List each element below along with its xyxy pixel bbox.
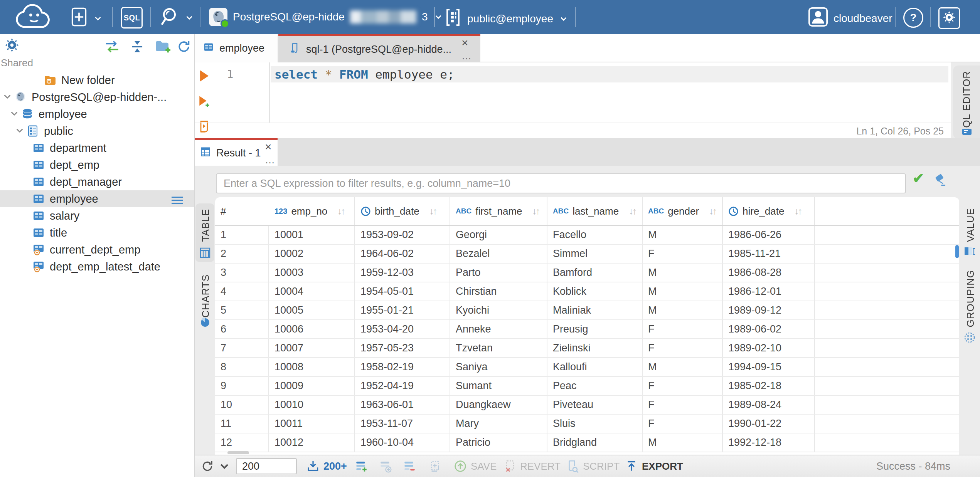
user-menu-button[interactable]: cloudbeaver [808, 7, 892, 30]
cell-last_name[interactable]: Piveteau [547, 396, 643, 414]
cell-emp_no[interactable]: 10010 [269, 396, 355, 414]
cell-birth_date[interactable]: 1955-01-21 [355, 301, 450, 319]
cell-last_name[interactable]: Koblick [547, 282, 643, 301]
sort-arrows-icon[interactable]: ↓↑ [629, 206, 636, 217]
cell-emp_no[interactable]: 10002 [269, 245, 355, 263]
cell-gender[interactable]: M [643, 358, 723, 376]
cell-emp_no[interactable]: 10011 [269, 415, 355, 433]
tree-item-title[interactable]: title [0, 224, 194, 241]
cell-hire_date[interactable]: 1986-06-26 [723, 226, 815, 244]
cell-first_name[interactable]: Mary [450, 415, 547, 433]
cell-hire_date[interactable]: 1986-12-01 [723, 282, 815, 301]
export-button[interactable]: EXPORT [625, 455, 683, 477]
duplicate-row-button[interactable] [379, 455, 392, 477]
tree-item-dept-emp-latest-date[interactable]: dept_emp_latest_date [0, 258, 194, 275]
cell-emp_no[interactable]: 10005 [269, 301, 355, 319]
sort-arrows-icon[interactable]: ↓↑ [429, 206, 436, 217]
collapse-all-icon[interactable] [130, 39, 145, 54]
cell-last_name[interactable]: Sluis [547, 415, 643, 433]
add-folder-icon[interactable] [154, 39, 172, 54]
cell-hire_date[interactable]: 1989-08-24 [723, 396, 815, 414]
cell-last_name[interactable]: Bamford [547, 264, 643, 282]
tree-item-public[interactable]: public [0, 123, 194, 139]
cell-gender[interactable]: M [643, 301, 723, 319]
execute-new-tab-icon[interactable] [199, 95, 211, 108]
cell-hire_date[interactable]: 1986-08-28 [723, 264, 815, 282]
filter-input[interactable] [216, 173, 906, 193]
cell-hire_date[interactable]: 1994-09-15 [723, 358, 815, 376]
cell-gender[interactable]: M [643, 282, 723, 301]
script-button[interactable]: SCRIPT [566, 455, 620, 477]
add-row-button[interactable] [355, 455, 368, 477]
sort-arrows-icon[interactable]: ↓↑ [532, 206, 539, 217]
execute-query-icon[interactable] [199, 69, 211, 82]
tree-item-employee[interactable]: employee [0, 106, 194, 123]
cell-gender[interactable]: F [643, 339, 723, 357]
driver-tools-button[interactable] [159, 6, 194, 29]
tree-item-dept-emp[interactable]: dept_emp [0, 156, 194, 173]
tree-item-new-folder[interactable]: New folder [0, 72, 194, 89]
cell-emp_no[interactable]: 10004 [269, 282, 355, 301]
sort-arrows-icon[interactable]: ↓↑ [337, 206, 344, 217]
column-header-gender[interactable]: ABCgender↓↑ [643, 197, 723, 225]
cell-emp_no[interactable]: 10012 [269, 433, 355, 452]
cell-last_name[interactable]: Bridgland [547, 433, 643, 452]
cell-birth_date[interactable]: 1960-10-04 [355, 433, 450, 452]
cell-first_name[interactable]: Bezalel [450, 245, 547, 263]
clear-filter-eraser-icon[interactable] [933, 173, 948, 187]
cell-emp_no[interactable]: 10003 [269, 264, 355, 282]
settings-button[interactable] [938, 7, 960, 29]
cell-first_name[interactable]: Anneke [450, 320, 547, 338]
grid-vertical-scrollbar[interactable] [955, 245, 959, 258]
cell-last_name[interactable]: Preusig [547, 320, 643, 338]
cell-gender[interactable]: F [643, 377, 723, 395]
new-sql-editor-button[interactable]: SQL [121, 7, 143, 29]
cell-birth_date[interactable]: 1958-02-19 [355, 358, 450, 376]
cell-emp_no[interactable]: 10007 [269, 339, 355, 357]
tab-more-icon[interactable]: … [461, 51, 471, 61]
grid-horizontal-scrollbar[interactable] [227, 451, 249, 454]
refresh-results-button[interactable] [201, 455, 231, 477]
sidebar-settings-gear-icon[interactable] [5, 38, 19, 52]
tree-item-current-dept-emp[interactable]: current_dept_emp [0, 241, 194, 258]
cell-gender[interactable]: F [643, 415, 723, 433]
cell-hire_date[interactable]: 1992-12-18 [723, 433, 815, 452]
cell-hire_date[interactable]: 1989-02-10 [723, 339, 815, 357]
tab-grouping-panel[interactable]: GROUPING [960, 270, 979, 345]
tree-item-postgresql-ep-hidden-[interactable]: PostgreSQL@ep-hidden-... [0, 89, 194, 106]
revert-button[interactable]: REVERT [503, 455, 561, 477]
save-button[interactable]: SAVE [454, 455, 497, 477]
delete-row-button[interactable] [403, 455, 416, 477]
cell-last_name[interactable]: Maliniak [547, 301, 643, 319]
tab-employee-table[interactable]: employee [195, 34, 278, 62]
column-header-hire_date[interactable]: hire_date↓↑ [723, 197, 815, 225]
column-header-birth_date[interactable]: birth_date↓↑ [355, 197, 450, 225]
cell-birth_date[interactable]: 1963-06-01 [355, 396, 450, 414]
sql-code-line[interactable]: select * FROM employee e; [274, 66, 455, 82]
cell-emp_no[interactable]: 10001 [269, 226, 355, 244]
tree-item-employee[interactable]: employee [0, 190, 194, 207]
tree-item-dept-manager[interactable]: dept_manager [0, 173, 194, 190]
schema-selector[interactable]: public@employee [444, 8, 569, 30]
cell-birth_date[interactable]: 1959-12-03 [355, 264, 450, 282]
cell-first_name[interactable]: Tzvetan [450, 339, 547, 357]
sql-editor-side-tab[interactable]: SQL EDITOR [953, 66, 980, 139]
cell-hire_date[interactable]: 1985-02-18 [723, 377, 815, 395]
cell-emp_no[interactable]: 10008 [269, 358, 355, 376]
cell-gender[interactable]: M [643, 264, 723, 282]
cell-emp_no[interactable]: 10009 [269, 377, 355, 395]
cell-gender[interactable]: F [643, 320, 723, 338]
cell-last_name[interactable]: Kalloufi [547, 358, 643, 376]
item-menu-icon[interactable] [171, 195, 184, 203]
cell-first_name[interactable]: Patricio [450, 433, 547, 452]
cell-birth_date[interactable]: 1953-09-02 [355, 226, 450, 244]
connection-selector[interactable]: PostgreSQL@ep-hidde3 [209, 8, 443, 26]
cell-first_name[interactable]: Kyoichi [450, 301, 547, 319]
cell-birth_date[interactable]: 1957-05-23 [355, 339, 450, 357]
close-tab-icon[interactable]: × [461, 37, 468, 49]
column-header-emp_no[interactable]: 123emp_no↓↑ [269, 197, 355, 225]
tab-value-panel[interactable]: VALUE [960, 208, 979, 259]
fetch-more-rows-button[interactable]: 200+ [306, 455, 347, 477]
cell-first_name[interactable]: Saniya [450, 358, 547, 376]
cell-hire_date[interactable]: 1989-09-12 [723, 301, 815, 319]
